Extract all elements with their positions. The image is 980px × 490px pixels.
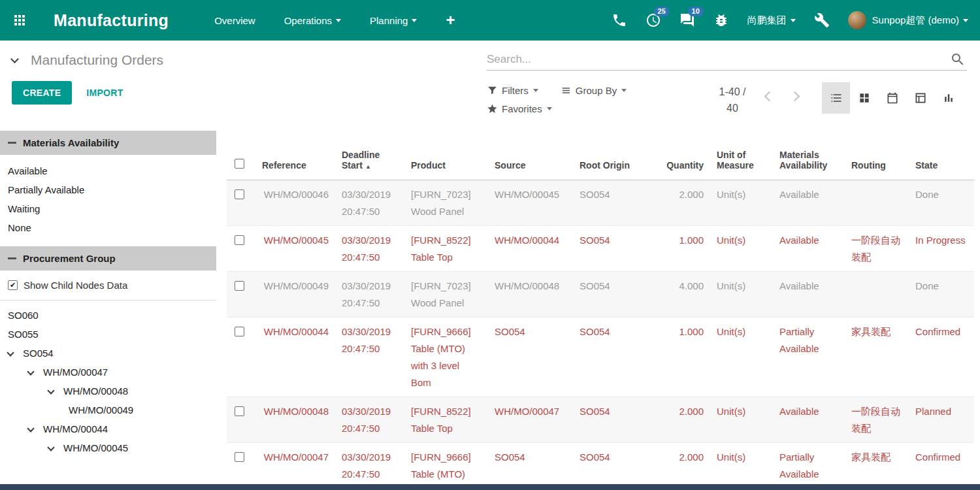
caret-down-icon bbox=[791, 19, 796, 22]
availability-section-header[interactable]: Materials Availability bbox=[0, 131, 216, 155]
pivot-view-icon bbox=[914, 91, 927, 105]
row-checkbox[interactable] bbox=[235, 235, 244, 245]
show-child-nodes-checkbox[interactable] bbox=[8, 280, 18, 290]
row-checkbox[interactable] bbox=[235, 281, 244, 291]
tree-item-label: WH/MO/00048 bbox=[63, 385, 128, 397]
cell-source: WH/MO/00047 bbox=[488, 397, 573, 442]
user-menu[interactable]: Sunpop超管 (demo) bbox=[848, 11, 968, 29]
procurement-section-title: Procurement Group bbox=[23, 253, 116, 264]
show-child-nodes-row[interactable]: Show Child Nodes Data bbox=[0, 270, 216, 301]
favorites-menu[interactable]: Favorites bbox=[487, 103, 552, 114]
row-checkbox[interactable] bbox=[235, 406, 244, 416]
cell-uom: Unit(s) bbox=[710, 180, 773, 225]
horizontal-scrollbar[interactable] bbox=[0, 484, 980, 490]
row-checkbox[interactable] bbox=[235, 189, 244, 199]
tree-item[interactable]: WH/MO/00047 bbox=[0, 363, 216, 382]
calendar-view-button[interactable] bbox=[878, 82, 906, 114]
cell-quantity: 2.000 bbox=[658, 397, 710, 442]
cell-uom: Unit(s) bbox=[710, 271, 773, 317]
tree-item[interactable]: SO060 bbox=[0, 306, 216, 325]
row-checkbox[interactable] bbox=[235, 327, 244, 336]
cell-source: WH/MO/00045 bbox=[488, 180, 573, 225]
tree-item[interactable]: WH/MO/00049 bbox=[0, 400, 216, 419]
cell-routing: 一阶段自动装配 bbox=[845, 225, 909, 271]
cell-state: In Progress bbox=[909, 225, 974, 271]
pivot-view-button[interactable] bbox=[906, 82, 934, 114]
cell-reference: WH/MO/00047 bbox=[255, 442, 335, 484]
pager-next-icon[interactable] bbox=[790, 91, 800, 102]
group-by-menu[interactable]: Group By bbox=[561, 85, 627, 96]
header-routing[interactable]: Routing bbox=[845, 131, 909, 180]
company-switcher[interactable]: 尚鹏集团 bbox=[747, 14, 796, 27]
graph-view-button[interactable] bbox=[934, 82, 962, 114]
table-row[interactable]: WH/MO/00049 03/30/2019 20:47:50 [FURN_70… bbox=[227, 271, 974, 317]
table-row[interactable]: WH/MO/00048 03/30/2019 20:47:50 [FURN_85… bbox=[227, 397, 974, 442]
tree-item[interactable]: SO055 bbox=[0, 325, 216, 344]
tools-wrench-icon[interactable] bbox=[814, 12, 830, 28]
table-row[interactable]: WH/MO/00046 03/30/2019 20:47:50 [FURN_70… bbox=[227, 180, 974, 225]
nav-menu-label: Overview bbox=[214, 15, 255, 26]
cell-reference: WH/MO/00049 bbox=[255, 271, 335, 317]
nav-menu-overview[interactable]: Overview bbox=[214, 15, 255, 26]
tree-item[interactable]: SO054 bbox=[0, 344, 216, 363]
collapse-minus-icon bbox=[8, 257, 16, 259]
tree-item[interactable]: WH/MO/00048 bbox=[0, 382, 216, 400]
cell-root-origin: SO054 bbox=[573, 397, 658, 442]
header-materials-availability[interactable]: Materials Availability bbox=[773, 131, 845, 180]
import-button[interactable]: IMPORT bbox=[86, 88, 123, 98]
cell-source: SO054 bbox=[488, 442, 573, 484]
list-view-button[interactable] bbox=[822, 82, 850, 114]
orders-tbody: WH/MO/00046 03/30/2019 20:47:50 [FURN_70… bbox=[227, 180, 974, 484]
activities-clock-icon[interactable]: 25 bbox=[645, 12, 661, 28]
search-icon[interactable] bbox=[950, 52, 966, 67]
table-row[interactable]: WH/MO/00045 03/30/2019 20:47:50 [FURN_85… bbox=[227, 225, 974, 271]
row-checkbox[interactable] bbox=[235, 452, 244, 462]
tree-item-label: SO060 bbox=[8, 310, 39, 321]
filters-menu[interactable]: Filters bbox=[487, 85, 538, 96]
availability-filter-item[interactable]: None bbox=[0, 218, 216, 237]
cell-source: WH/MO/00048 bbox=[488, 271, 573, 317]
cell-deadline-start: 03/30/2019 20:47:50 bbox=[335, 225, 404, 271]
table-row[interactable]: WH/MO/00047 03/30/2019 20:47:50 [FURN_96… bbox=[227, 442, 974, 484]
debug-bug-icon[interactable] bbox=[713, 12, 729, 28]
phone-icon[interactable] bbox=[612, 12, 627, 28]
sort-asc-icon: ▲ bbox=[365, 163, 371, 170]
search-input[interactable] bbox=[487, 48, 967, 70]
header-root-origin[interactable]: Root Origin bbox=[573, 131, 658, 180]
header-reference[interactable]: Reference bbox=[255, 131, 335, 180]
availability-filter-item[interactable]: Waiting bbox=[0, 199, 216, 218]
select-all-checkbox[interactable] bbox=[235, 159, 244, 169]
cell-routing: 家具装配 bbox=[845, 442, 909, 484]
navbar-menus: OverviewOperationsPlanning bbox=[214, 15, 417, 26]
nav-menu-planning[interactable]: Planning bbox=[370, 15, 417, 26]
pager-previous-icon[interactable] bbox=[764, 91, 775, 102]
kanban-view-button[interactable] bbox=[850, 82, 878, 114]
chevron-down-icon[interactable] bbox=[10, 55, 19, 63]
messages-chat-icon[interactable]: 10 bbox=[679, 12, 695, 28]
new-plus-button[interactable]: + bbox=[446, 12, 455, 28]
cell-quantity: 1.000 bbox=[658, 225, 710, 271]
header-product[interactable]: Product bbox=[404, 131, 488, 180]
header-uom[interactable]: Unit of Measure bbox=[710, 131, 773, 180]
user-avatar bbox=[848, 11, 866, 29]
header-source[interactable]: Source bbox=[488, 131, 573, 180]
tree-item[interactable]: WH/MO/00045 bbox=[0, 438, 216, 457]
availability-filter-item[interactable]: Partially Available bbox=[0, 180, 216, 199]
header-state[interactable]: State bbox=[909, 131, 974, 180]
procurement-section-header[interactable]: Procurement Group bbox=[0, 246, 216, 270]
apps-grid-icon[interactable] bbox=[12, 12, 27, 28]
show-child-nodes-label: Show Child Nodes Data bbox=[24, 280, 127, 291]
page-title: Manufacturing Orders bbox=[31, 52, 163, 68]
header-deadline-start[interactable]: Deadline Start▲ bbox=[335, 131, 404, 180]
caret-down-icon bbox=[621, 89, 627, 92]
chevron-down-icon bbox=[7, 349, 14, 356]
nav-menu-operations[interactable]: Operations bbox=[284, 15, 341, 26]
graph-view-icon bbox=[942, 91, 955, 105]
header-quantity[interactable]: Quantity bbox=[658, 131, 710, 180]
tree-item[interactable]: WH/MO/00044 bbox=[0, 419, 216, 438]
availability-filter-item[interactable]: Available bbox=[0, 161, 216, 180]
table-row[interactable]: WH/MO/00044 03/30/2019 20:47:50 [FURN_96… bbox=[227, 317, 974, 397]
create-button[interactable]: CREATE bbox=[12, 81, 72, 105]
cell-product: [FURN_9666] Table (MTO) with 3 level Bom bbox=[404, 317, 488, 397]
cell-root-origin: SO054 bbox=[573, 225, 658, 271]
